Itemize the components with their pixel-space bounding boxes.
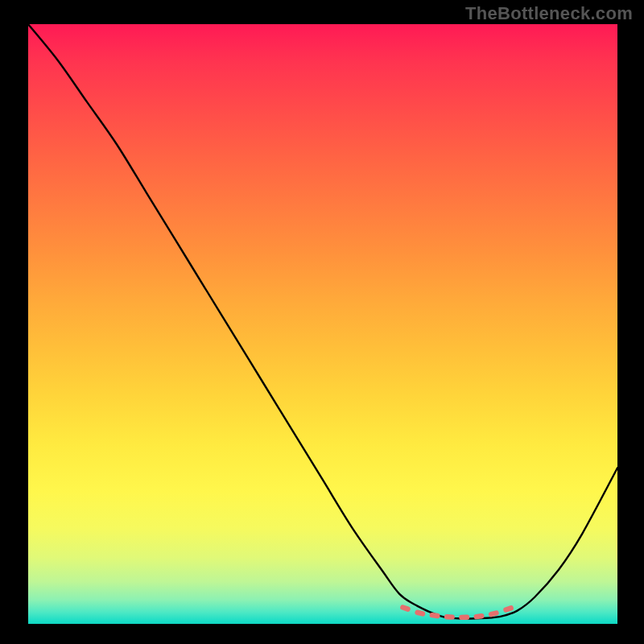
curve-svg [28,24,617,624]
plot-area [28,24,617,624]
chart-frame [28,24,617,624]
optimal-dash [429,613,440,619]
optimal-dash [459,614,469,620]
bottleneck-curve [28,24,617,619]
optimal-dash [444,614,455,620]
optimal-dash [415,609,426,617]
optimal-dash [399,605,411,613]
optimal-dash [502,605,514,613]
attribution-text: TheBottleneck.com [465,3,633,24]
